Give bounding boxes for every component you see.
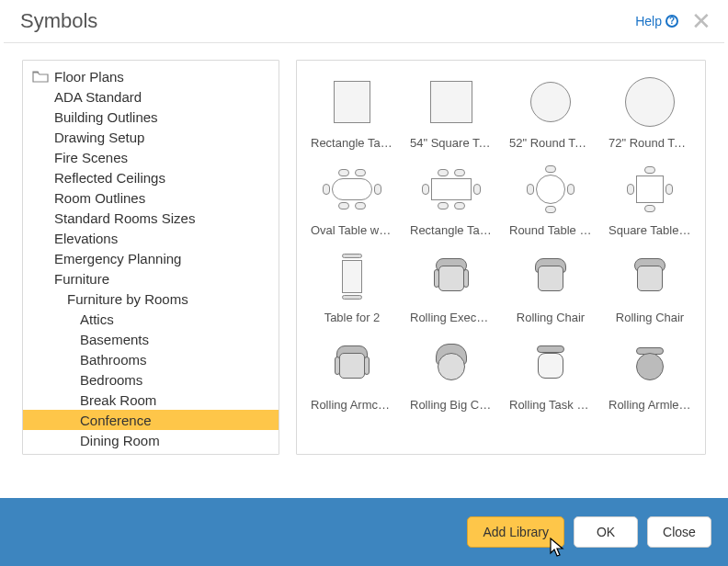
tree-item[interactable]: Dining Room xyxy=(23,430,279,450)
symbols-dialog: Symbols Help ? ✕ Floor Plans ADA Standar… xyxy=(0,0,728,566)
tree-item-furniture-by-rooms[interactable]: Furniture by Rooms xyxy=(23,289,279,309)
tree-label: Emergency Planning xyxy=(54,251,181,266)
symbol-thumbnail-rc-big xyxy=(413,335,490,392)
symbol-thumbnail-square xyxy=(413,74,490,130)
symbol-item[interactable]: Oval Table w/ Chairs xyxy=(306,161,398,237)
tree-label: Break Room xyxy=(80,392,156,408)
symbol-label: Rolling Task Chair xyxy=(509,398,592,412)
tree-label: Floor Plans xyxy=(54,69,124,85)
symbol-label: 52" Round Table xyxy=(509,136,592,150)
symbol-item[interactable]: Rolling Big Chair xyxy=(405,335,497,412)
symbol-label: Round Table w/ Chairs xyxy=(509,223,592,237)
close-icon[interactable]: ✕ xyxy=(691,9,711,33)
tree-item[interactable]: Elevations xyxy=(23,228,279,248)
tree-label: Furniture xyxy=(54,271,109,287)
tree-item[interactable]: Room Outlines xyxy=(23,187,279,208)
category-tree: Floor Plans ADA StandardBuilding Outline… xyxy=(22,60,279,455)
help-label: Help xyxy=(635,14,662,28)
help-link[interactable]: Help ? xyxy=(635,14,678,28)
tree-label: Basements xyxy=(80,332,149,347)
symbol-thumbnail-circle72 xyxy=(611,74,688,130)
dialog-footer: Add Library OK Close xyxy=(0,498,728,566)
tree-root-item[interactable]: Floor Plans xyxy=(23,66,279,86)
symbol-label: Rolling Armchair xyxy=(311,398,393,412)
tree-item[interactable]: Bedrooms xyxy=(23,369,279,390)
symbol-item[interactable]: Rolling Chair xyxy=(505,248,597,324)
symbol-thumbnail-rc-plain2 xyxy=(611,248,688,305)
symbol-thumbnail-ovalset xyxy=(313,161,391,218)
tree-item[interactable]: Break Room xyxy=(23,390,279,410)
header-right: Help ? ✕ xyxy=(635,9,711,33)
tree-root: Floor Plans ADA StandardBuilding Outline… xyxy=(23,66,279,450)
tree-item[interactable]: Conference xyxy=(23,410,279,430)
tree-label: Fire Scenes xyxy=(54,150,128,165)
folder-icon xyxy=(32,70,49,83)
close-button[interactable]: Close xyxy=(647,516,711,548)
tree-label: Dining Room xyxy=(80,433,160,448)
tree-label: Elevations xyxy=(54,231,118,246)
symbol-item[interactable]: Rolling Chair xyxy=(604,248,696,324)
tree-item[interactable]: Basements xyxy=(23,329,279,349)
tree-item[interactable]: Furniture xyxy=(23,268,279,289)
symbol-label: Rolling Chair xyxy=(509,311,592,324)
add-library-button[interactable]: Add Library xyxy=(467,516,564,548)
tree-item[interactable]: Drawing Setup xyxy=(23,127,279,147)
symbol-label: Square Table w/ Chairs xyxy=(609,223,691,237)
symbol-item[interactable]: Round Table w/ Chairs xyxy=(505,161,597,237)
symbol-thumbnail-rc-plain xyxy=(512,248,589,305)
tree-item[interactable]: Attics xyxy=(23,309,279,329)
symbol-label: Rectangle Table w/ Chairs xyxy=(410,223,493,237)
tree-item[interactable]: Fire Scenes xyxy=(23,147,279,167)
symbol-thumbnail-table2 xyxy=(313,248,391,305)
symbol-item[interactable]: Rectangle Table w/ Chairs xyxy=(405,161,497,237)
symbol-item[interactable]: Rectangle Table xyxy=(306,74,398,150)
dialog-body: Floor Plans ADA StandardBuilding Outline… xyxy=(0,43,728,498)
symbol-item[interactable]: Square Table w/ Chairs xyxy=(604,161,696,237)
symbol-thumbnail-rc-exec xyxy=(413,248,490,305)
symbol-thumbnail-rc-arm xyxy=(313,335,391,392)
symbol-label: Oval Table w/ Chairs xyxy=(311,223,393,237)
tree-label: Conference xyxy=(80,413,152,428)
tree-item[interactable]: Emergency Planning xyxy=(23,248,279,268)
symbol-thumbnail-circle52 xyxy=(512,74,589,130)
tree-label: Room Outlines xyxy=(54,190,145,206)
symbol-item[interactable]: Rolling Task Chair xyxy=(505,335,597,412)
dialog-title: Symbols xyxy=(20,9,97,33)
tree-item[interactable]: Bathrooms xyxy=(23,349,279,369)
symbol-item[interactable]: 52" Round Table xyxy=(505,74,597,150)
symbol-thumbnail-squareset xyxy=(611,161,688,218)
symbol-panel: Rectangle Table54" Square Table52" Round… xyxy=(296,60,706,455)
symbol-label: Table for 2 xyxy=(311,311,393,324)
ok-button[interactable]: OK xyxy=(574,516,638,548)
symbol-thumbnail-rectset xyxy=(413,161,490,218)
symbol-thumbnail-roundset xyxy=(512,161,589,218)
symbol-thumbnail-rc-round xyxy=(611,335,688,392)
symbol-label: Rolling Executive Chair xyxy=(410,311,493,324)
symbol-label: Rolling Armless Chair xyxy=(609,398,691,412)
symbol-item[interactable]: Rolling Executive Chair xyxy=(405,248,497,324)
symbol-label: Rectangle Table xyxy=(311,136,393,150)
tree-item[interactable]: Standard Rooms Sizes xyxy=(23,208,279,228)
tree-label: Drawing Setup xyxy=(54,130,144,145)
symbol-item[interactable]: Rolling Armless Chair xyxy=(604,335,696,412)
tree-label: Furniture by Rooms xyxy=(67,291,188,307)
symbol-item[interactable]: Table for 2 xyxy=(306,248,398,324)
symbol-label: 72" Round Table xyxy=(609,136,691,150)
symbol-item[interactable]: 72" Round Table xyxy=(604,74,696,150)
tree-item[interactable]: Reflected Ceilings xyxy=(23,167,279,187)
tree-label: Building Outlines xyxy=(54,109,158,125)
help-icon: ? xyxy=(665,15,678,28)
tree-item[interactable]: ADA Standard xyxy=(23,86,279,107)
tree-label: Reflected Ceilings xyxy=(54,170,165,186)
symbols-grid: Rectangle Table54" Square Table52" Round… xyxy=(306,74,696,412)
tree-label: ADA Standard xyxy=(54,89,142,105)
tree-item[interactable]: Building Outlines xyxy=(23,107,279,127)
symbol-label: Rolling Big Chair xyxy=(410,398,493,412)
symbol-label: Rolling Chair xyxy=(609,311,691,324)
tree-label: Standard Rooms Sizes xyxy=(54,210,195,226)
tree-label: Bedrooms xyxy=(80,372,142,388)
tree-label: Bathrooms xyxy=(80,352,147,368)
symbol-item[interactable]: Rolling Armchair xyxy=(306,335,398,412)
symbol-item[interactable]: 54" Square Table xyxy=(405,74,497,150)
dialog-header: Symbols Help ? ✕ xyxy=(0,0,728,39)
